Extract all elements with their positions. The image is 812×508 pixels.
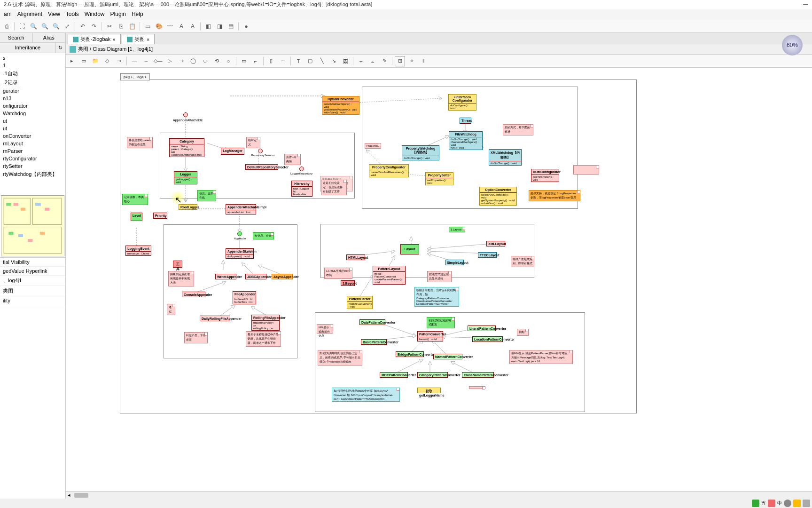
keyboard-icon[interactable]	[803, 500, 810, 507]
tree-item[interactable]: rnParser	[1, 147, 64, 155]
expand-icon[interactable]: ⤢	[62, 22, 72, 31]
note[interactable]: M%显示输出前台信息	[317, 324, 333, 333]
assoc-icon[interactable]: —	[129, 56, 140, 66]
note[interactable]: 记录源数，本类核心	[122, 194, 148, 205]
redo-icon[interactable]: ↷	[89, 22, 99, 31]
real-icon[interactable]: ◯	[188, 56, 198, 66]
tool-icon[interactable]: ◨	[215, 22, 224, 31]
class-Logger[interactable]: Logger getLogger() : void	[174, 171, 197, 184]
class-RollingFileAppender[interactable]: RollingFileAppender triggeringPolicy : x…	[251, 315, 280, 331]
text-icon[interactable]: T	[293, 56, 304, 66]
tray-icon[interactable]	[793, 500, 801, 507]
menu-item[interactable]: Window	[85, 11, 105, 18]
tool-icon[interactable]: ○	[223, 56, 234, 66]
note[interactable]: 按照方式规定信息显示过程	[427, 271, 452, 282]
font-color-icon[interactable]: A	[188, 22, 197, 31]
prop-row[interactable]: gedValue Hyperlink	[0, 267, 65, 276]
tool-icon[interactable]: ⬭	[200, 56, 210, 66]
project-tree[interactable]: s 1 -1自动 -2记录 gurator n13 onfigurator Wa…	[0, 53, 65, 194]
class-OptionConverter[interactable]: OptionConverter selectAndConfigure() : v…	[322, 96, 359, 115]
tool-icon[interactable]: ⫴	[418, 56, 429, 66]
class-PatternLayout[interactable]: PatternLayout head : PatternConvertercre…	[373, 266, 406, 285]
class-AppenderAttachableImpl[interactable]: AppenderAttachableImpl appenderList : Li…	[226, 204, 256, 214]
note[interactable]: 例M%显示,就是PatternParser里%m符号对应,为输出Message消…	[509, 350, 573, 364]
class-LogManager[interactable]: LogManager	[221, 148, 244, 155]
class-XMLWatchdog[interactable]: XMLWatchdog【内部类】 doOnChange() : void	[489, 149, 522, 166]
menu-item[interactable]: Alignment	[17, 11, 42, 18]
class-Thread[interactable]: Thread	[460, 118, 471, 124]
tool-icon[interactable]: ▤	[226, 22, 235, 31]
tool-icon[interactable]: ✧	[406, 56, 417, 66]
note[interactable]: 叫做产生，下件必定	[184, 332, 208, 343]
note[interactable]: 初期	[517, 329, 529, 336]
tray-icon[interactable]	[768, 500, 775, 507]
paste-icon[interactable]: 📋	[127, 22, 137, 31]
note-icon[interactable]: ▭	[239, 56, 249, 66]
zoom-indicator[interactable]: 60%	[782, 35, 803, 56]
zoom-in-icon[interactable]: 🔍	[51, 22, 61, 31]
zoom-fit-icon[interactable]: ⛶	[17, 22, 27, 31]
nav-icon[interactable]: →	[141, 56, 151, 66]
scroll-left-icon[interactable]: ◂	[66, 492, 72, 498]
minimap[interactable]	[1, 195, 64, 256]
ime-icon[interactable]	[752, 500, 759, 507]
class-Priority[interactable]: Priority	[153, 213, 167, 219]
interface-lollipop[interactable]	[237, 231, 242, 236]
note[interactable]: 1.Layout	[449, 227, 465, 232]
class-NamedPatternConverter[interactable]: NamedPatternConverter	[433, 354, 462, 359]
anchor-icon[interactable]: ⌐	[250, 56, 261, 66]
tree-item[interactable]: n13	[1, 95, 64, 102]
note[interactable]: 抽象的定层处理实现器并不实现方法	[168, 271, 194, 286]
tool-icon[interactable]: ⊞	[395, 56, 405, 66]
note[interactable]: 提供支持，就是设定了LogProperties参数，而logProperties…	[529, 190, 580, 201]
note[interactable]: 1.HTML生成的html布局	[324, 268, 352, 279]
class-TTCCLayout[interactable]: TTCCLayout	[478, 252, 497, 258]
tree-item[interactable]: onfigurator	[1, 102, 64, 110]
class-DatePatternConverter[interactable]: DatePatternConverter	[359, 319, 385, 325]
class-LoggingEvent[interactable]: LoggingEvent message : Object	[125, 246, 151, 256]
note[interactable]: 临时定义	[246, 137, 260, 148]
tool-icon[interactable]: ◧	[203, 22, 213, 31]
minimize-icon[interactable]: —	[803, 1, 808, 8]
class-DefaultRepositorySelector[interactable]: DefaultRepositorySelector	[245, 164, 278, 170]
tool-icon[interactable]: ⫟	[356, 56, 366, 66]
frame[interactable]	[320, 224, 534, 278]
note[interactable]: 所作--今类层	[284, 154, 301, 165]
select-icon[interactable]: ▸	[67, 56, 77, 66]
class-Hierarchy[interactable]: Hierarchy root : Loggerht : Hashtable	[291, 181, 312, 197]
tab-inheritance[interactable]: Inheritance	[0, 43, 56, 53]
class-XMLLayout[interactable]: XMLLayout	[486, 241, 505, 246]
tool-icon[interactable]: ◇	[102, 56, 112, 66]
tray-icon[interactable]	[784, 500, 791, 507]
class-RootLogger[interactable]: RootLogger	[179, 204, 197, 210]
class-DailyRollingFileAppender[interactable]: DailyRollingFileAppender	[200, 316, 230, 321]
class-PatternParser[interactable]: PatternParser finalizeConverter() : void	[347, 296, 373, 309]
class-icon[interactable]: ▭	[78, 56, 89, 66]
note[interactable]: 这是初始化设定；信息应该持有创建了文件	[321, 180, 347, 195]
tree-item[interactable]: gurator	[1, 87, 64, 95]
menu-item[interactable]: Plugin	[110, 11, 126, 18]
class-FileWatchdog[interactable]: FileWatchdog doOnChange() : voidcheckAnd…	[449, 131, 483, 150]
tree-item[interactable]: rtySetter	[1, 162, 64, 170]
horizontal-scrollbar[interactable]: ◂	[66, 491, 812, 499]
class-AsyncAppender[interactable]: AsyncAppender	[272, 274, 293, 279]
prop-row[interactable]: 、log4j1	[0, 276, 65, 286]
note[interactable]: 信息、全部在此	[197, 190, 216, 201]
note[interactable]: 将信息发给parent的都定在这里	[127, 137, 153, 148]
cut-icon[interactable]: ✂	[105, 22, 114, 31]
rect-icon[interactable]: ▢	[305, 56, 315, 66]
close-icon[interactable]: ×	[147, 37, 149, 42]
tree-item[interactable]: rtyWatchdog【内部类】	[1, 170, 64, 179]
style-icon[interactable]: ▭	[143, 22, 152, 31]
class-BasicPatternConverter[interactable]: BasicPatternConverter	[361, 339, 387, 345]
note[interactable]: 通记	[167, 304, 175, 315]
tree-item[interactable]: -1自动	[1, 69, 64, 78]
canvas-scroll[interactable]: pkg 1、log4j1 OptionConverter selectAndCo…	[66, 68, 812, 491]
menu-item[interactable]: Tools	[66, 11, 79, 18]
tool-icon[interactable]: ↘	[328, 56, 339, 66]
note[interactable]: Properties	[365, 143, 381, 149]
undo-icon[interactable]: ↶	[78, 22, 87, 31]
note[interactable]: 如:代符分别为,先为MDC中对应, 如%d{yy}之Converter 如: M…	[332, 388, 400, 402]
class-Configurator[interactable]: «interface» Configurator doConfigure() :…	[448, 94, 476, 111]
class-FileAppender[interactable]: FileAppender bufferedIO : blbufferSize :…	[233, 291, 256, 304]
